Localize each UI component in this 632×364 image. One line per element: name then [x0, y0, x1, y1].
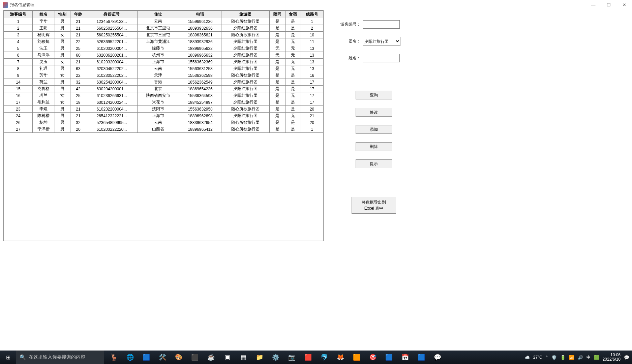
table-cell: 是 [270, 92, 285, 99]
pycharm-icon[interactable]: ⬛ [187, 351, 203, 364]
table-cell: 10 [301, 32, 323, 38]
table-cell: 是 [270, 113, 285, 119]
export-excel-button[interactable]: 将数据导出到 Excel 表中 [352, 197, 396, 214]
column-header[interactable]: 年龄 [70, 11, 86, 18]
tools-icon[interactable]: 🛠️ [154, 351, 171, 364]
table-row[interactable]: 9芳华女22610230522202...天津15536362598随心所欲旅行… [4, 72, 323, 79]
coffee-app-icon[interactable]: ☕ [203, 351, 219, 364]
column-header[interactable]: 陪同 [270, 11, 285, 18]
wechat-icon[interactable]: 💬 [429, 351, 446, 364]
minimize-button[interactable]: — [585, 0, 601, 10]
table-row[interactable]: 4刘颖郁男22526369522201...上海市黄浦江18893932936夕… [4, 38, 323, 45]
deer-widget-icon[interactable]: 🦌 [106, 351, 122, 364]
table-cell: 男 [55, 25, 70, 32]
add-button[interactable]: 添加 [356, 125, 392, 134]
close-button[interactable]: ✕ [616, 0, 632, 10]
terminal-icon[interactable]: ▣ [219, 351, 235, 364]
table-row[interactable]: 5沈玉男25610203200004...绿藤市18896965632夕阳红旅行… [4, 45, 323, 52]
modify-button[interactable]: 修改 [356, 108, 392, 117]
table-cell: 21 [70, 59, 86, 65]
table-row[interactable]: 15克鲁格男42630204200001...北京18869654236夕阳红旅… [4, 86, 323, 92]
column-header[interactable]: 身份证号 [86, 11, 138, 18]
taskbar-search[interactable]: 🔍 在这里输入你要搜索的内容 [16, 351, 104, 364]
table-cell: 18896365621 [179, 32, 221, 38]
table-row[interactable]: 16珂兰女25610236266631...陕西省西安市15536364598夕… [4, 92, 323, 99]
column-header[interactable]: 电话 [179, 11, 221, 18]
table-cell: 夕阳红旅行团 [221, 59, 270, 65]
column-header[interactable]: 游客编号 [4, 11, 33, 18]
table-row[interactable]: 27李泽楷男20610203222220...山西省18896965412随心所… [4, 126, 323, 133]
table-row[interactable]: 1李华男21123456789123...云南15596961236随心所欲旅行… [4, 18, 323, 25]
table-row[interactable]: 17毛利兰女18630124200024...米花市18845254897夕阳红… [4, 99, 323, 106]
cloud-icon[interactable]: ☁️ [524, 355, 530, 360]
table-row[interactable]: 8礼遇男63620304522202...云南15563631258夕阳红旅行团… [4, 65, 323, 72]
table-cell: 刘颖郁 [32, 38, 55, 45]
wifi-icon[interactable]: 📶 [569, 355, 574, 360]
firefox-icon[interactable]: 🦊 [332, 351, 349, 364]
table-cell: 随心所欲旅行团 [221, 72, 270, 79]
data-table-container[interactable]: 游客编号姓名性别年龄身份证号住址电话旅游团陪同食宿线路号 1李华男2112345… [3, 10, 324, 241]
palette-icon[interactable]: 🎨 [171, 351, 187, 364]
sogou-icon[interactable]: 🟩 [594, 355, 599, 360]
edge-icon[interactable]: 🟦 [138, 351, 154, 364]
camera-icon[interactable]: 📷 [284, 351, 300, 364]
tourist-id-input[interactable] [363, 20, 400, 29]
tourist-id-label: 游客编号： [337, 22, 361, 27]
target-icon[interactable]: 🎯 [365, 351, 381, 364]
notification-icon[interactable]: 💬 [624, 355, 629, 360]
vscode-icon[interactable]: 🟦 [381, 351, 397, 364]
column-header[interactable]: 住址 [138, 11, 179, 18]
group-select[interactable]: 夕阳红旅行团 [363, 37, 400, 46]
taskbar-apps: 🦌 🌐 🟦 🛠️ 🎨 ⬛ ☕ ▣ ▦ 📁 ⚙️ 📷 🟥 🐬 🦊 🟧 🎯 🟦 📅 … [106, 351, 446, 364]
explorer-icon[interactable]: 📁 [251, 351, 268, 364]
table-cell: 无 [285, 38, 301, 45]
column-header[interactable]: 食宿 [285, 11, 301, 18]
battery-icon[interactable]: 🔋 [560, 355, 566, 360]
table-cell: 21 [70, 32, 86, 38]
table-row[interactable]: 2王明男21560250255504...北京市三里屯18893932636夕阳… [4, 25, 323, 32]
chrome-icon[interactable]: 🌐 [122, 351, 138, 364]
chevron-up-icon[interactable]: ˄ [546, 355, 548, 360]
word-icon[interactable]: 🟦 [413, 351, 429, 364]
delete-button[interactable]: 删除 [356, 142, 392, 151]
column-header[interactable]: 旅游团 [221, 11, 270, 18]
table-cell: 上海市黄浦江 [138, 38, 179, 45]
table-row[interactable]: 7灵玉女21610203200004...上海市15563632369夕阳红旅行… [4, 59, 323, 65]
table-cell: 18896965412 [179, 126, 221, 133]
weather-text[interactable]: 27°C [533, 355, 542, 360]
scan-icon[interactable]: 🟥 [300, 351, 316, 364]
security-icon[interactable]: 🛡️ [551, 355, 557, 360]
ime-text[interactable]: 中 [586, 355, 591, 360]
name-input[interactable] [363, 54, 400, 62]
settings-icon[interactable]: ⚙️ [268, 351, 284, 364]
calendar-icon[interactable]: 📅 [397, 351, 413, 364]
column-header[interactable]: 姓名 [32, 11, 55, 18]
column-header[interactable]: 线路号 [301, 11, 323, 18]
group-label: 团名： [337, 38, 361, 44]
table-row[interactable]: 26杨坤男32523654899995...云南18839632654随心所欲旅… [4, 119, 323, 126]
pycharm2-icon[interactable]: ▦ [235, 351, 251, 364]
tourist-id-row: 游客编号： [337, 20, 400, 29]
query-button[interactable]: 查询 [356, 91, 392, 99]
table-cell: 13 [301, 65, 323, 72]
maximize-button[interactable]: ☐ [601, 0, 616, 10]
volume-icon[interactable]: 🔊 [578, 355, 583, 360]
table-row[interactable]: 23李煜男21610232200004...沈阳市15563632958随心所欲… [4, 106, 323, 113]
table-row[interactable]: 3杨明辉女21560250255504...北京市三里屯18896365621随… [4, 32, 323, 38]
start-button[interactable]: ⊞ [0, 351, 16, 364]
table-row[interactable]: 14荷兰男32630254200004...香港18562362549夕阳红旅行… [4, 79, 323, 86]
table-cell: 李煜 [32, 106, 55, 113]
table-row[interactable]: 24陈树楷男21265412322221...上海市18896962698夕阳红… [4, 113, 323, 119]
hint-button[interactable]: 提示 [356, 159, 392, 168]
table-cell: 20 [70, 126, 86, 133]
table-row[interactable]: 6马潭浮男60632036200201...杭州市18896965632夕阳红旅… [4, 52, 323, 59]
table-cell: 是 [285, 99, 301, 106]
table-cell: 26 [4, 119, 33, 126]
table-cell: 是 [270, 59, 285, 65]
table-cell: 7 [4, 59, 33, 65]
clock[interactable]: 10:06 2022/6/10 [603, 353, 621, 362]
column-header[interactable]: 性别 [55, 11, 70, 18]
table-cell: 男 [55, 52, 70, 59]
mysql-icon[interactable]: 🐬 [316, 351, 332, 364]
wps-icon[interactable]: 🟧 [349, 351, 365, 364]
